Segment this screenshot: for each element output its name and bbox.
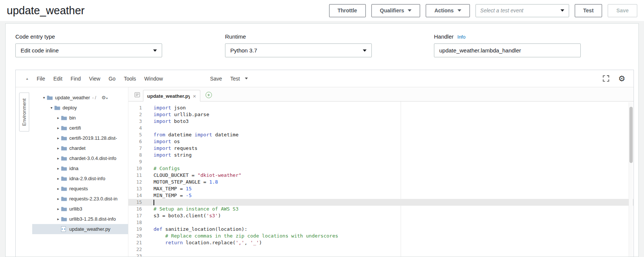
ide-save-button[interactable]: Save [206,76,226,82]
handler-input[interactable] [434,43,581,57]
collapse-arrow-icon[interactable]: ▾ [49,106,54,110]
expand-arrow-icon[interactable]: ▸ [55,116,61,120]
menu-edit[interactable]: Edit [49,76,66,82]
code-line-3[interactable]: 3import boto3 [128,118,634,125]
code-line-14[interactable]: 14MIN_TEMP = -5 [128,192,634,199]
menu-view[interactable]: View [85,76,104,82]
tree-root-item[interactable]: ▾ update_weather - / ⚙▾ [32,93,128,103]
code-line-text: # Replace commas in the zip code locatio… [148,233,338,239]
tree-item-idna[interactable]: ▸idna [32,163,128,173]
code-line-13[interactable]: 13MAX_TEMP = 15 [128,185,634,192]
code-line-4[interactable]: 4 [128,125,634,131]
code-line-2[interactable]: 2import urllib.parse [128,111,634,118]
tree-item-requests[interactable]: ▸requests [32,184,128,194]
expand-arrow-icon[interactable]: ▸ [55,207,61,211]
folder-icon [61,217,69,221]
tree-item-deploy[interactable]: ▾deploy [32,103,128,113]
settings-gear-icon[interactable]: ⚙ [618,75,625,82]
qualifiers-label: Qualifiers [380,7,404,13]
tree-item-requests-2.23.0.dist-in[interactable]: ▸requests-2.23.0.dist-in [32,194,128,204]
expand-arrow-icon[interactable]: ▸ [55,136,61,140]
code-line-10[interactable]: 10# Configs [128,165,634,172]
tree-item-certifi[interactable]: ▸certifi [32,123,128,133]
runtime-select[interactable]: Python 3.7 [225,43,372,57]
test-dropdown-icon[interactable] [245,78,248,79]
new-tab-icon[interactable]: + [206,92,212,98]
test-event-select[interactable]: Select a test event [476,4,569,17]
line-number: 12 [128,179,148,185]
environment-tab-label: Environment [21,99,27,126]
tree-item-certifi-2019.11.28.dist-[interactable]: ▸certifi-2019.11.28.dist- [32,133,128,143]
tree-item-chardet-3.0.4.dist-info[interactable]: ▸chardet-3.0.4.dist-info [32,153,128,163]
expand-arrow-icon[interactable]: ▸ [55,156,61,160]
tree-settings-gear-icon[interactable]: ⚙▾ [101,95,108,100]
code-line-7[interactable]: 7import requests [128,145,634,152]
expand-arrow-icon[interactable]: ▸ [55,176,61,181]
tree-item-label: certifi [69,125,81,131]
expand-arrow-icon[interactable]: ▸ [55,197,61,201]
code-line-1[interactable]: 1import json [128,105,634,111]
code-line-20[interactable]: 20 # Replace commas in the zip code loca… [128,233,634,239]
tree-item-urllib3-1.25.8.dist-info[interactable]: ▸urllib3-1.25.8.dist-info [32,214,128,224]
collapse-menubar-icon[interactable]: ▲ [25,77,29,81]
line-number: 4 [128,125,148,131]
code-entry-select[interactable]: Edit code inline [15,43,162,57]
code-line-8[interactable]: 8import string [128,152,634,158]
tree-item-label: requests [69,186,88,191]
folder-icon [61,166,69,171]
editor-tab-update-weather[interactable]: update_weather.py × [143,90,200,102]
expand-arrow-icon[interactable]: ▸ [55,126,61,130]
environment-tab[interactable]: Environment [19,93,29,131]
ide-test-button[interactable]: Test [226,76,244,82]
code-line-17[interactable]: 17s3 = boto3.client('s3') [128,212,634,219]
expand-arrow-icon[interactable]: ▸ [55,166,61,170]
file-tree: ▾ update_weather - / ⚙▾ ▾deploy▸bin▸cert… [32,87,128,257]
code-line-23[interactable]: 23 [128,253,634,257]
tree-item-label: deploy [63,105,77,111]
menu-go[interactable]: Go [104,76,120,82]
expand-arrow-icon[interactable]: ▸ [55,187,61,191]
collapse-arrow-icon[interactable]: ▾ [41,96,47,100]
code-line-15[interactable]: 15 [128,199,634,206]
fullscreen-icon[interactable] [603,75,609,82]
tree-item-update_weather.py[interactable]: update_weather.py [32,224,128,234]
editor-scrollbar[interactable] [629,102,633,257]
close-tab-icon[interactable]: × [193,93,196,99]
code-line-text: import boto3 [148,118,189,125]
folder-icon [61,196,69,201]
tree-item-urllib3[interactable]: ▸urllib3 [32,204,128,214]
line-number: 5 [128,131,148,138]
tree-item-idna-2.9.dist-info[interactable]: ▸idna-2.9.dist-info [32,173,128,184]
scrollbar-thumb[interactable] [629,107,633,163]
menu-file[interactable]: File [33,76,49,82]
expand-arrow-icon[interactable]: ▸ [55,217,61,221]
code-line-text: return location.replace(',', '_') [148,239,262,246]
tree-root-label: update_weather [55,95,90,100]
tab-list-icon[interactable] [134,92,140,97]
qualifiers-button[interactable]: Qualifiers [371,4,420,17]
code-line-9[interactable]: 9 [128,158,634,165]
code-line-11[interactable]: 11CLOUD_BUCKET = "dkiot-weather" [128,172,634,179]
code-line-16[interactable]: 16# Setup an instance of AWS S3 [128,206,634,212]
menu-find[interactable]: Find [67,76,85,82]
throttle-button[interactable]: Throttle [329,4,366,17]
code-line-19[interactable]: 19def sanitize_location(location): [128,226,634,233]
menu-window[interactable]: Window [140,76,167,82]
expand-arrow-icon[interactable]: ▸ [55,146,61,150]
menu-tools[interactable]: Tools [120,76,140,82]
handler-info-link[interactable]: Info [458,34,466,40]
code-area[interactable]: 1import json2import urllib.parse3import … [128,102,634,257]
code-line-18[interactable]: 18 [128,219,634,226]
code-line-5[interactable]: 5from datetime import datetime [128,131,634,138]
folder-icon [61,176,69,181]
code-line-12[interactable]: 12MOTOR_STEP_ANGLE = 1.8 [128,179,634,185]
code-line-21[interactable]: 21 return location.replace(',', '_') [128,239,634,246]
actions-button[interactable]: Actions [426,4,470,17]
tree-item-label: requests-2.23.0.dist-in [69,196,118,202]
tree-item-bin[interactable]: ▸bin [32,113,128,123]
code-line-6[interactable]: 6import os [128,138,634,145]
tree-item-chardet[interactable]: ▸chardet [32,143,128,153]
code-line-22[interactable]: 22 [128,246,634,253]
test-button[interactable]: Test [575,4,602,17]
save-button[interactable]: Save [608,4,637,17]
